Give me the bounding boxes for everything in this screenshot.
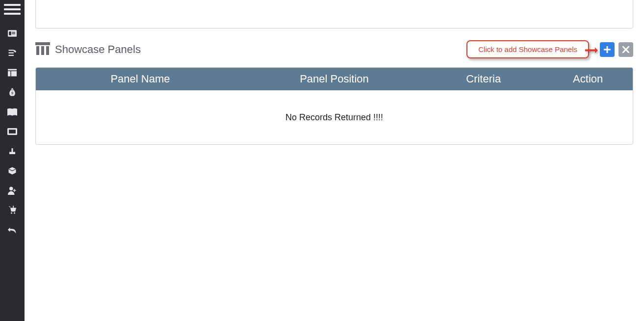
svg-rect-18 xyxy=(35,42,50,45)
svg-rect-9 xyxy=(11,71,17,77)
panels-icon xyxy=(35,42,50,57)
sidebar-item-undo[interactable] xyxy=(0,220,25,240)
th-criteria: Criteria xyxy=(424,68,543,90)
plus-icon xyxy=(603,46,611,54)
table-empty-state: No Records Returned !!!! xyxy=(36,90,633,144)
sidebar-item-money[interactable]: $ xyxy=(0,82,25,102)
svg-point-16 xyxy=(11,213,12,214)
ticket-icon xyxy=(7,128,17,135)
section-header-right: Click to add Showcase Panels xyxy=(466,40,633,58)
columns-icon xyxy=(8,69,17,77)
section-header-left: Showcase Panels xyxy=(35,42,141,57)
th-action: Action xyxy=(543,68,633,90)
top-panel-placeholder xyxy=(35,0,633,28)
svg-rect-21 xyxy=(46,46,49,55)
th-panel-position: Panel Position xyxy=(245,68,424,90)
callout-text: Click to add Showcase Panels xyxy=(478,45,577,54)
package-icon xyxy=(8,166,17,175)
sidebar-item-ticket[interactable] xyxy=(0,122,25,141)
th-panel-name: Panel Name xyxy=(36,68,245,90)
callout-add-panels: Click to add Showcase Panels xyxy=(466,40,589,58)
close-icon xyxy=(622,46,629,53)
sidebar: $ xyxy=(0,0,25,321)
table-header-row: Panel Name Panel Position Criteria Actio… xyxy=(36,68,633,90)
svg-rect-24 xyxy=(604,49,611,50)
sidebar-item-box[interactable] xyxy=(0,161,25,181)
sidebar-item-columns[interactable] xyxy=(0,63,25,82)
sidebar-item-edit[interactable] xyxy=(0,43,25,63)
panels-table: Panel Name Panel Position Criteria Actio… xyxy=(35,67,633,145)
svg-rect-3 xyxy=(12,33,15,34)
sidebar-item-hand[interactable] xyxy=(0,141,25,161)
sidebar-item-book[interactable] xyxy=(0,102,25,122)
open-book-icon xyxy=(7,108,17,116)
svg-rect-12 xyxy=(9,130,16,134)
section-title: Showcase Panels xyxy=(55,43,141,56)
svg-rect-15 xyxy=(13,190,16,191)
svg-rect-20 xyxy=(41,46,44,55)
svg-rect-7 xyxy=(8,69,17,71)
money-bag-icon: $ xyxy=(8,88,16,97)
undo-icon xyxy=(8,226,17,234)
main-content: Showcase Panels Click to add Showcase Pa… xyxy=(25,0,644,321)
hamburger-icon[interactable] xyxy=(4,4,21,15)
svg-rect-4 xyxy=(9,50,14,51)
sidebar-item-cart[interactable] xyxy=(0,200,25,220)
sidebar-item-user[interactable] xyxy=(0,181,25,200)
svg-rect-1 xyxy=(9,31,11,35)
svg-point-13 xyxy=(9,187,13,191)
svg-rect-19 xyxy=(36,46,39,55)
close-button[interactable] xyxy=(618,42,633,57)
pencil-list-icon xyxy=(8,49,17,57)
no-records-text: No Records Returned !!!! xyxy=(285,112,383,123)
hand-up-icon xyxy=(8,147,17,156)
sidebar-item-card[interactable] xyxy=(0,24,25,43)
svg-marker-22 xyxy=(585,47,598,53)
svg-rect-2 xyxy=(12,32,15,33)
svg-rect-6 xyxy=(9,55,14,56)
add-button[interactable] xyxy=(600,42,615,57)
svg-point-17 xyxy=(14,213,15,214)
svg-rect-5 xyxy=(9,53,14,54)
callout-pointer-icon xyxy=(585,46,598,54)
user-plus-icon xyxy=(8,186,17,195)
cart-down-icon xyxy=(8,206,17,214)
section-header: Showcase Panels Click to add Showcase Pa… xyxy=(33,40,635,58)
svg-rect-8 xyxy=(8,71,10,77)
id-card-icon xyxy=(8,30,17,37)
